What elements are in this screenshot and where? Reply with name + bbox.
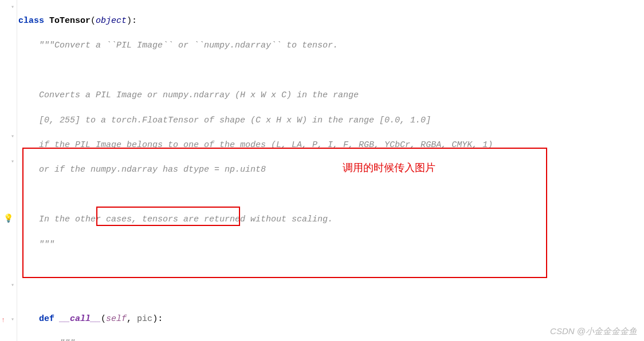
code-line: class ToTensor(object): xyxy=(18,15,642,27)
fold-icon[interactable]: ▾ xyxy=(11,281,14,290)
code-line xyxy=(18,263,642,276)
code-line: """ xyxy=(18,239,642,251)
watermark: CSDN @小金金金金鱼 xyxy=(550,325,637,338)
code-line: """Convert a ``PIL Image`` or ``numpy.nd… xyxy=(18,39,642,52)
lightbulb-icon[interactable]: 💡 xyxy=(3,213,11,221)
code-line: In the other cases, tensors are returned… xyxy=(18,213,642,226)
code-line: """ xyxy=(18,338,642,341)
arrow-up-icon: ↑ xyxy=(1,316,5,326)
code-line xyxy=(18,288,642,301)
fold-icon[interactable]: ▾ xyxy=(11,3,14,12)
code-editor[interactable]: class ToTensor(object): """Convert a ``P… xyxy=(18,2,642,341)
code-line xyxy=(18,189,642,201)
code-line: if the PIL Image belongs to one of the m… xyxy=(18,139,642,152)
code-line: Converts a PIL Image or numpy.ndarray (H… xyxy=(18,89,642,102)
editor-gutter: ▾ ▾ ▾ 💡 ▾ ▾ ↑ xyxy=(0,0,17,341)
fold-icon[interactable]: ▾ xyxy=(11,158,14,166)
code-line: or if the numpy.ndarray has dtype = np.u… xyxy=(18,164,642,176)
annotation-text: 调用的时候传入图片 xyxy=(343,160,435,175)
code-line: def __call__(self, pic): xyxy=(18,313,642,326)
code-line: [0, 255] to a torch.FloatTensor of shape… xyxy=(18,114,642,127)
code-line xyxy=(18,65,642,77)
fold-icon[interactable]: ▾ xyxy=(11,316,14,324)
fold-icon[interactable]: ▾ xyxy=(11,133,14,141)
